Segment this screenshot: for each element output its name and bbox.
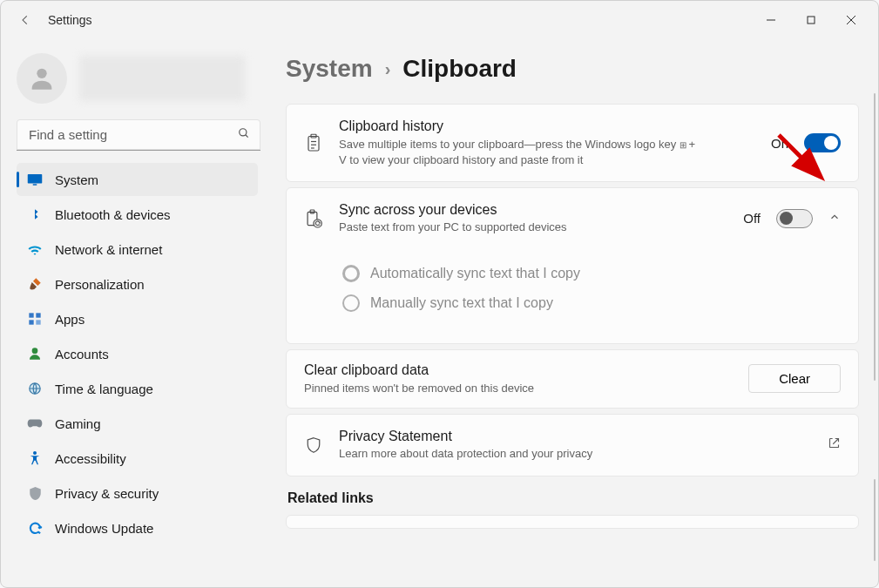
clipboard-list-icon [304, 133, 323, 152]
person-icon [27, 346, 43, 362]
search-box[interactable] [17, 119, 260, 151]
clipboard-sync-icon [304, 209, 323, 228]
clear-button[interactable]: Clear [748, 364, 841, 393]
radio-icon [342, 265, 360, 282]
brush-icon [27, 276, 43, 292]
nav-bluetooth[interactable]: Bluetooth & devices [17, 198, 258, 231]
svg-rect-9 [29, 313, 33, 317]
nav-gaming[interactable]: Gaming [17, 407, 258, 440]
card-description: Learn more about data protection and you… [339, 446, 812, 462]
nav-label: Personalization [55, 277, 145, 292]
svg-rect-1 [808, 17, 815, 24]
app-title: Settings [48, 13, 92, 27]
sidebar: System Bluetooth & devices Network & int… [1, 39, 267, 587]
nav-label: Time & language [55, 382, 153, 396]
apps-icon [27, 311, 43, 327]
svg-rect-7 [28, 174, 43, 184]
search-icon [238, 127, 250, 143]
svg-rect-12 [36, 320, 40, 324]
radio-icon [342, 294, 360, 312]
shield-icon [27, 485, 43, 501]
radio-label: Automatically sync text that I copy [370, 266, 580, 281]
minimize-button[interactable] [751, 6, 791, 34]
breadcrumb-parent[interactable]: System [286, 55, 373, 83]
card-title: Clear clipboard data [304, 362, 733, 378]
card-description: Paste text from your PC to supported dev… [339, 220, 705, 235]
svg-point-25 [314, 220, 321, 227]
nav-label: Accessibility [55, 451, 126, 466]
svg-line-6 [246, 135, 248, 138]
nav-time-language[interactable]: Time & language [17, 372, 258, 405]
chevron-right-icon: › [385, 59, 391, 79]
nav-label: Bluetooth & devices [55, 207, 171, 222]
accessibility-icon [27, 450, 43, 466]
card-title: Privacy Statement [339, 429, 812, 444]
search-input[interactable] [17, 119, 260, 151]
nav-label: Apps [55, 312, 85, 327]
sync-devices-toggle[interactable] [776, 209, 813, 228]
maximize-button[interactable] [791, 6, 831, 34]
external-link-icon [828, 436, 841, 453]
card-description: Pinned items won't be removed on this de… [304, 381, 733, 396]
card-privacy-statement[interactable]: Privacy Statement Learn more about data … [286, 414, 859, 476]
nav-label: Privacy & security [55, 486, 159, 501]
nav-apps[interactable]: Apps [17, 302, 258, 335]
breadcrumb-current: Clipboard [402, 55, 517, 83]
card-related-links[interactable] [286, 515, 859, 529]
nav-label: Gaming [55, 416, 101, 431]
svg-line-17 [779, 135, 819, 175]
title-bar: Settings [1, 1, 878, 39]
nav-label: Network & internet [55, 242, 162, 257]
wifi-icon [27, 241, 43, 257]
nav-accessibility[interactable]: Accessibility [17, 442, 258, 475]
breadcrumb: System › Clipboard [286, 55, 859, 83]
card-sync-devices: Sync across your devices Paste text from… [286, 187, 859, 344]
nav-label: System [55, 172, 98, 187]
globe-icon [27, 381, 43, 396]
radio-label: Manually sync text that I copy [370, 295, 553, 311]
svg-point-4 [37, 69, 46, 78]
nav-windows-update[interactable]: Windows Update [17, 511, 258, 544]
svg-rect-8 [33, 184, 37, 186]
card-description: Save multiple items to your clipboard—pr… [339, 137, 705, 167]
nav-network[interactable]: Network & internet [17, 233, 258, 266]
windows-key-icon: ⊞ [680, 140, 686, 150]
nav-accounts[interactable]: Accounts [17, 337, 258, 370]
related-links-header: Related links [287, 490, 859, 506]
card-clear-clipboard: Clear clipboard data Pinned items won't … [286, 349, 859, 409]
svg-point-13 [32, 348, 38, 354]
gamepad-icon [27, 416, 43, 431]
annotation-arrow [775, 132, 836, 196]
card-clipboard-history: Clipboard history Save multiple items to… [286, 104, 859, 182]
close-button[interactable] [831, 6, 871, 34]
nav-personalization[interactable]: Personalization [17, 267, 258, 301]
account-name-redacted [79, 56, 245, 101]
update-icon [27, 520, 43, 536]
nav-privacy[interactable]: Privacy & security [17, 476, 258, 510]
account-profile[interactable] [17, 53, 258, 104]
display-icon [27, 172, 43, 187]
shield-outline-icon [304, 436, 323, 454]
card-title: Sync across your devices [339, 202, 727, 218]
svg-rect-10 [36, 313, 40, 317]
svg-point-5 [240, 129, 247, 136]
chevron-up-icon[interactable] [828, 211, 841, 226]
toggle-state-label: Off [743, 211, 761, 226]
nav-system[interactable]: System [17, 163, 258, 196]
nav-label: Windows Update [55, 521, 153, 536]
sync-option-auto: Automatically sync text that I copy [342, 265, 841, 282]
avatar [17, 53, 67, 104]
svg-point-15 [33, 451, 37, 455]
bluetooth-icon [27, 206, 43, 222]
sync-option-manual: Manually sync text that I copy [342, 294, 841, 312]
scrollbar[interactable] [873, 91, 876, 561]
main-panel: System › Clipboard Clipboard history Sav… [267, 39, 878, 587]
nav-label: Accounts [55, 347, 109, 362]
card-title: Clipboard history [339, 118, 755, 134]
svg-rect-11 [29, 320, 33, 324]
back-button[interactable] [15, 10, 36, 30]
